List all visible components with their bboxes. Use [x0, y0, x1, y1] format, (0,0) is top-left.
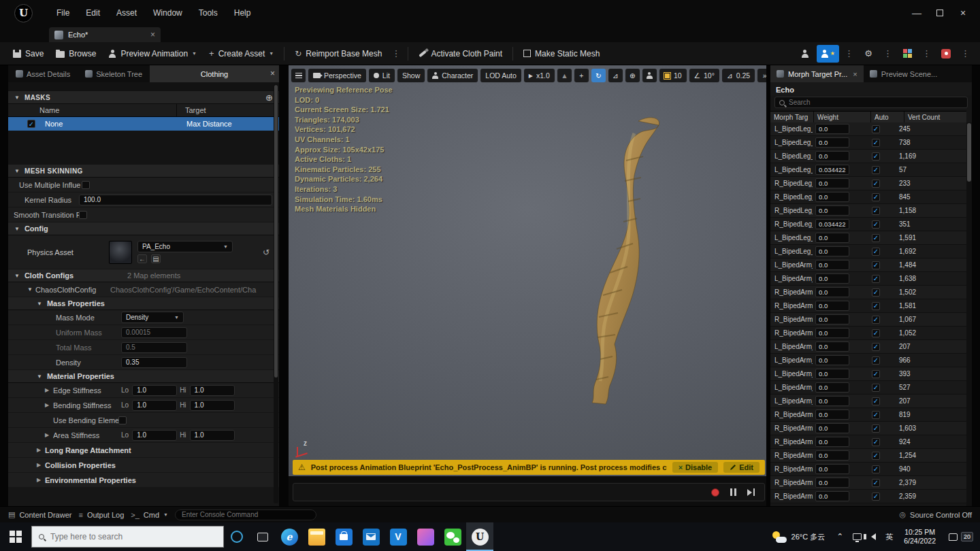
morph-target-row[interactable]: L_BipedLeg_0.0✓245 — [770, 122, 966, 136]
auto-checkbox[interactable]: ✓ — [872, 397, 880, 405]
perspective-dropdown[interactable]: Perspective — [308, 69, 366, 82]
auto-checkbox[interactable]: ✓ — [872, 465, 880, 473]
rotation-snap-button[interactable]: ∠10° — [689, 69, 719, 82]
morph-target-row[interactable]: L_BipedArm_0.0✓966 — [770, 354, 966, 367]
tab-close-icon[interactable]: × — [150, 30, 155, 39]
tab-preview-scene[interactable]: Preview Scene... — [864, 65, 944, 82]
auto-checkbox[interactable]: ✓ — [872, 139, 880, 147]
weight-field[interactable]: 0.0 — [815, 260, 849, 270]
auto-checkbox[interactable]: ✓ — [872, 384, 880, 392]
tab-asset-details[interactable]: Asset Details — [8, 65, 78, 82]
console-command-input[interactable] — [175, 510, 316, 520]
weight-field[interactable]: 0.0 — [815, 287, 849, 297]
kebab-menu-icon[interactable]: ⋮ — [880, 48, 896, 59]
scale-snap-button[interactable]: ⊿0.25 — [722, 69, 755, 82]
auto-checkbox[interactable]: ✓ — [872, 343, 880, 351]
morph-target-row[interactable]: L_BipedLeg_0.0✓738 — [770, 136, 966, 150]
auto-checkbox[interactable]: ✓ — [872, 452, 880, 460]
weight-field[interactable]: 0.0 — [815, 437, 849, 447]
surface-snap-button[interactable] — [642, 69, 657, 82]
morph-table-header[interactable]: Morph Targ Weight Auto Vert Count — [770, 111, 966, 123]
minimize-button[interactable]: — — [905, 3, 928, 22]
left-panel-scrollbar[interactable] — [274, 84, 278, 503]
morph-target-row[interactable]: L_BipedArm_0.0✓207 — [770, 340, 966, 354]
weight-field[interactable]: 0.0 — [815, 205, 849, 216]
weight-field[interactable]: 0.0 — [815, 450, 849, 461]
mass-properties-header[interactable]: ▼ Mass Properties — [8, 297, 279, 310]
weight-field[interactable]: 0.0 — [815, 396, 849, 406]
edge-taskbar-button[interactable]: e — [276, 522, 303, 551]
auto-checkbox[interactable]: ✓ — [872, 248, 880, 256]
total-mass-field[interactable]: 0.5 — [121, 342, 187, 353]
morph-target-row[interactable]: L_BipedArm_0.0✓1,484 — [770, 258, 966, 272]
select-tool-button[interactable]: ▲ — [557, 69, 572, 82]
kebab-menu-icon[interactable]: ⋮ — [919, 48, 934, 59]
viewport-canvas[interactable]: Perspective Lit Show Character LOD Auto … — [289, 65, 766, 476]
hidden-icons-button[interactable]: ⌃ — [832, 532, 848, 541]
save-button[interactable]: Save — [7, 46, 50, 62]
preview-animation-button[interactable]: Preview Animation▼ — [102, 46, 203, 62]
maximize-button[interactable] — [928, 3, 951, 22]
auto-checkbox[interactable]: ✓ — [872, 424, 880, 433]
character-profile-icon[interactable] — [796, 45, 815, 63]
menu-file[interactable]: File — [49, 5, 77, 20]
menu-edit[interactable]: Edit — [78, 5, 108, 20]
search-input[interactable] — [789, 99, 963, 106]
weight-field[interactable]: 0.0 — [815, 124, 849, 134]
vscode-taskbar-button[interactable]: V — [385, 522, 412, 551]
morph-target-row[interactable]: L_BipedLeg_0.0✓1,692 — [770, 245, 966, 258]
taskbar-clock[interactable]: 10:25 PM 6/24/2022 — [898, 528, 942, 546]
tab-skeleton-tree[interactable]: Skeleton Tree — [78, 65, 150, 82]
weight-field[interactable]: 0.0 — [815, 464, 849, 474]
weight-field[interactable]: 0.0 — [815, 178, 849, 188]
morph-search-box[interactable] — [774, 97, 968, 108]
taskbar-search-input[interactable] — [50, 532, 216, 541]
weight-field[interactable]: 0.0 — [815, 273, 849, 284]
add-mask-button[interactable]: ⊕ — [265, 93, 273, 103]
morph-target-row[interactable]: R_BipedLeg_0.034422✓351 — [770, 218, 966, 231]
menu-asset[interactable]: Asset — [109, 5, 144, 20]
morph-target-row[interactable]: R_BipedLeg_0.0✓233 — [770, 177, 966, 190]
close-button[interactable]: × — [951, 3, 975, 22]
auto-checkbox[interactable]: ✓ — [872, 125, 880, 133]
morph-target-row[interactable]: R_BipedArm_0.0✓1,067 — [770, 313, 966, 327]
weight-field[interactable]: 0.0 — [815, 246, 849, 256]
unreal-logo-icon[interactable]: U — [14, 4, 33, 22]
use-multiple-influences-checkbox[interactable]: ✓ — [82, 181, 90, 189]
morph-target-row[interactable]: R_BipedArm_0.0✓940 — [770, 463, 966, 476]
morph-table-scrollbar[interactable] — [966, 122, 972, 506]
auto-checkbox[interactable]: ✓ — [872, 220, 880, 229]
auto-checkbox[interactable]: ✓ — [872, 166, 880, 174]
weight-field[interactable]: 0.0 — [815, 369, 849, 379]
auto-checkbox[interactable]: ✓ — [872, 275, 880, 283]
viewport-options-menu[interactable] — [291, 69, 306, 82]
rotate-tool-button[interactable]: ↻ — [591, 69, 606, 82]
explorer-taskbar-button[interactable] — [303, 522, 330, 551]
morph-target-row[interactable]: R_BipedArm_0.0✓1,052 — [770, 327, 966, 340]
grid-snap-button[interactable]: 10 — [659, 69, 687, 82]
weight-field[interactable]: 0.0 — [815, 137, 849, 148]
tab-echo[interactable]: Echo* × — [49, 27, 161, 42]
expander-icon[interactable]: ▼ — [27, 286, 35, 293]
character-dropdown[interactable]: Character — [427, 69, 478, 82]
morph-target-row[interactable]: R_BipedArm_0.0✓1,603 — [770, 422, 966, 435]
cortana-button[interactable] — [224, 522, 250, 551]
auto-checkbox[interactable]: ✓ — [872, 234, 880, 242]
auto-checkbox[interactable]: ✓ — [872, 207, 880, 215]
tab-close-icon[interactable]: × — [853, 70, 857, 78]
chaos-cloth-config-row[interactable]: ▼ ChaosClothConfig ChaosClothConfig'/Gam… — [8, 282, 279, 297]
kebab-menu-icon[interactable]: ⋮ — [958, 48, 973, 59]
morph-target-row[interactable]: L_BipedArm_0.0✓1,638 — [770, 272, 966, 286]
expander-icon[interactable]: ▶ — [45, 402, 53, 408]
morph-target-row[interactable]: R_BipedArm_0.0✓924 — [770, 435, 966, 449]
use-bending-elements-checkbox[interactable]: ✓ — [118, 416, 127, 424]
expander-icon[interactable]: ▶ — [45, 387, 53, 393]
weight-field[interactable]: 0.0 — [815, 410, 849, 420]
kebab-menu-icon[interactable]: ⋮ — [841, 48, 857, 59]
morph-target-row[interactable]: L_BipedLeg_0.0✓1,169 — [770, 150, 966, 163]
mass-mode-dropdown[interactable]: Density▼ — [121, 312, 184, 323]
kernel-radius-field[interactable]: 100.0 — [79, 195, 272, 205]
weight-field[interactable]: 0.0 — [815, 478, 849, 488]
mask-enabled-checkbox[interactable]: ✓ — [27, 120, 35, 128]
config-section-header[interactable]: ▼ Config — [8, 222, 279, 235]
